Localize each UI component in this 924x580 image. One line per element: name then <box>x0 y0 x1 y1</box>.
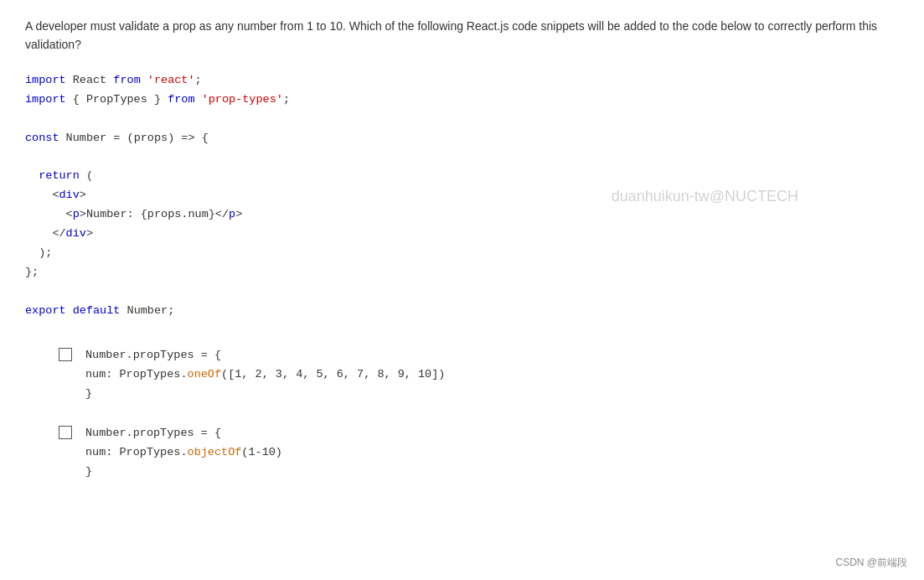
option-a-line3: } <box>85 387 92 400</box>
option-b: Number.propTypes = { num: PropTypes.obje… <box>25 424 899 482</box>
option-b-line3: } <box>85 465 92 478</box>
code-line-8: </div> <box>25 225 899 244</box>
code-line-6: <div> <box>25 186 899 205</box>
code-line-1: import { PropTypes } from 'prop-types'; <box>25 91 899 110</box>
code-line-0: import React from 'react'; <box>25 71 899 91</box>
code-line-5: return ( <box>25 167 899 186</box>
code-line-12: export default Number; <box>25 302 899 321</box>
code-line-4 <box>25 148 899 168</box>
option-a: Number.propTypes = { num: PropTypes.oneO… <box>25 346 899 404</box>
option-b-checkbox[interactable] <box>59 426 72 439</box>
option-a-code: Number.propTypes = { num: PropTypes.oneO… <box>85 346 445 404</box>
option-a-line1: Number.propTypes = { <box>85 349 221 361</box>
code-line-9: ); <box>25 244 899 263</box>
option-a-checkbox[interactable] <box>59 348 72 361</box>
option-b-line1: Number.propTypes = { <box>85 427 221 439</box>
question-container: A developer must validate a prop as any … <box>25 17 899 482</box>
question-text: A developer must validate a prop as any … <box>25 17 899 54</box>
code-line-11 <box>25 282 899 302</box>
code-line-2 <box>25 110 899 129</box>
brand-text: CSDN @前端段 <box>835 557 907 568</box>
option-b-line2: num: PropTypes.objectOf(1-10) <box>85 446 282 458</box>
code-lines-container: import React from 'react';import { PropT… <box>25 71 899 321</box>
code-line-7: <p>Number: {props.num}</p> <box>25 205 899 225</box>
footer-brand: CSDN @前端段 <box>835 556 907 570</box>
option-a-line2: num: PropTypes.oneOf([1, 2, 3, 4, 5, 6, … <box>85 368 445 381</box>
code-block: import React from 'react';import { PropT… <box>25 71 899 321</box>
option-b-code: Number.propTypes = { num: PropTypes.obje… <box>85 424 282 482</box>
code-line-10: }; <box>25 263 899 282</box>
code-line-3: const Number = (props) => { <box>25 129 899 148</box>
options-section: Number.propTypes = { num: PropTypes.oneO… <box>25 346 899 482</box>
